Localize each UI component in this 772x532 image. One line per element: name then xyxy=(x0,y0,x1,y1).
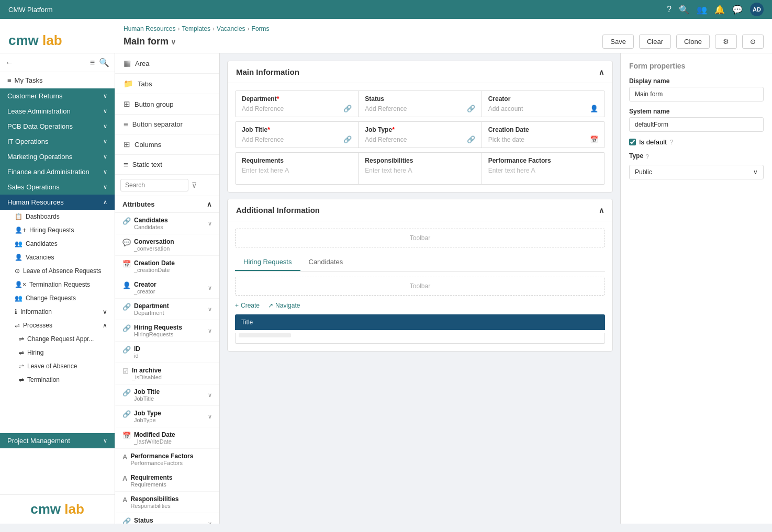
sidebar-item-hiring[interactable]: ⇌ Hiring xyxy=(0,346,115,359)
sidebar-item-marketing-ops[interactable]: Marketing Operations ∨ xyxy=(0,149,115,164)
field-requirements[interactable]: Requirements Enter text here A xyxy=(236,153,359,184)
tab-candidates[interactable]: Candidates xyxy=(300,254,352,271)
attr-creation-date[interactable]: 📅 Creation Date _creationDate xyxy=(115,256,219,277)
panel-item-tabs[interactable]: 📁 Tabs xyxy=(115,74,219,94)
link-icon: 🔗 xyxy=(343,105,352,112)
is-default-checkbox[interactable] xyxy=(629,139,636,145)
field-creation-date[interactable]: Creation Date Pick the date 📅 xyxy=(482,122,605,148)
search-input[interactable] xyxy=(120,179,188,191)
attr-responsibilities[interactable]: A Responsibilities Responsibilities xyxy=(115,492,219,513)
attr-modified-date[interactable]: 📅 Modified Date _lastWriteDate xyxy=(115,427,219,449)
sidebar-item-leave-requests[interactable]: ⊙ Leave of Absence Requests xyxy=(0,264,115,278)
sidebar-item-processes[interactable]: ⇌ Processes ∧ xyxy=(0,319,115,332)
field-status[interactable]: Status Add Reference 🔗 xyxy=(359,91,482,117)
field-department[interactable]: Department* Add Reference 🔗 xyxy=(236,91,359,117)
sidebar-item-lease-admin[interactable]: Lease Administration ∨ xyxy=(0,104,115,119)
panel-item-columns[interactable]: ⊞ Columns xyxy=(115,134,219,155)
attr-department[interactable]: 🔗 Department Department ∨ xyxy=(115,299,219,320)
app-title: CMW Platform xyxy=(8,6,667,14)
attr-job-title[interactable]: 🔗 Job Title JobTitle ∨ xyxy=(115,384,219,406)
sidebar-item-pcb-ops[interactable]: PCB Data Operations ∨ xyxy=(0,119,115,134)
chevron-down-icon: ∨ xyxy=(103,93,107,99)
clone-button[interactable]: Clone xyxy=(676,35,710,49)
footer-logo: cmw lab xyxy=(6,501,108,517)
left-sidebar: ← ≡ 🔍 ≡ My Tasks Customer Returns ∨ Leas… xyxy=(0,53,115,524)
breadcrumb-vacancies[interactable]: Vacancies xyxy=(217,25,245,32)
link-icon: 🔗 xyxy=(122,324,131,332)
tab-hiring-requests[interactable]: Hiring Requests xyxy=(235,254,300,271)
field-job-title[interactable]: Job Title* Add Reference 🔗 xyxy=(236,122,359,148)
contacts-icon[interactable]: 👥 xyxy=(697,5,707,15)
breadcrumb-hr[interactable]: Human Resources xyxy=(124,25,175,32)
chevron-down-icon: ∨ xyxy=(103,123,107,130)
sidebar-collapse-icon[interactable]: ← xyxy=(5,58,14,67)
search-icon[interactable]: 🔍 xyxy=(679,5,689,15)
panel-item-button-separator[interactable]: ≡ Button separator xyxy=(115,115,219,134)
sidebar-item-change-requests[interactable]: 👥 Change Requests xyxy=(0,291,115,305)
field-job-type[interactable]: Job Type* Add Reference 🔗 xyxy=(359,122,482,148)
settings-icon[interactable]: ⚙ xyxy=(715,35,737,49)
attr-job-type[interactable]: 🔗 Job Type JobType ∨ xyxy=(115,406,219,427)
navigate-button[interactable]: ↗ Navigate xyxy=(268,302,300,309)
sidebar-item-change-request-appr[interactable]: ⇌ Change Request Appr... xyxy=(0,332,115,346)
attr-candidates[interactable]: 🔗 Candidates Candidates ∨ xyxy=(115,213,219,234)
more-icon[interactable]: ⊙ xyxy=(742,35,764,49)
messages-icon[interactable]: 💬 xyxy=(732,5,743,15)
element-panel: ▦ Area 📁 Tabs ⊞ Button group ≡ Button se… xyxy=(115,53,220,524)
sidebar-item-vacancies[interactable]: 👤 Vacancies xyxy=(0,251,115,264)
sidebar-item-it-ops[interactable]: IT Operations ∨ xyxy=(0,134,115,149)
field-performance-factors[interactable]: Performance Factors Enter text here A xyxy=(482,153,605,184)
sidebar-item-sales-ops[interactable]: Sales Operations ∨ xyxy=(0,179,115,195)
sidebar-item-customer-returns[interactable]: Customer Returns ∨ xyxy=(0,88,115,104)
sidebar-item-termination[interactable]: ⇌ Termination xyxy=(0,373,115,387)
field-responsibilities[interactable]: Responsibilities Enter text here A xyxy=(359,153,482,184)
sidebar-item-human-resources[interactable]: Human Resources ∧ xyxy=(0,195,115,210)
panel-item-static-text[interactable]: ≡ Static text xyxy=(115,155,219,175)
attr-id[interactable]: 🔗 ID id xyxy=(115,342,219,363)
create-button[interactable]: + Create xyxy=(235,302,260,309)
avatar[interactable]: AD xyxy=(750,3,764,16)
scrollbar-placeholder[interactable] xyxy=(239,333,291,337)
type-select[interactable]: Public ∨ xyxy=(629,165,764,179)
attr-conversation[interactable]: 💬 Conversation _conversation xyxy=(115,234,219,256)
sidebar-item-dashboards[interactable]: 📋 Dashboards xyxy=(0,210,115,223)
collapse-icon[interactable]: ∧ xyxy=(599,206,604,214)
field-creator[interactable]: Creator Add account 👤 xyxy=(482,91,605,117)
processes-icon: ⇌ xyxy=(15,322,20,329)
sidebar-list-icon[interactable]: ≡ xyxy=(90,58,95,67)
form-title-chevron[interactable]: ∨ xyxy=(171,38,176,46)
text-icon: A xyxy=(285,166,289,174)
sidebar-item-hiring-requests[interactable]: 👤+ Hiring Requests xyxy=(0,223,115,237)
help-icon[interactable]: ? xyxy=(667,5,672,14)
process-icon: ⇌ xyxy=(19,335,24,343)
notifications-icon[interactable]: 🔔 xyxy=(714,5,725,15)
attr-creator[interactable]: 👤 Creator _creator ∨ xyxy=(115,277,219,299)
attr-requirements[interactable]: A Requirements Requirements xyxy=(115,470,219,492)
sidebar-item-project-management[interactable]: Project Management ∨ xyxy=(0,433,115,448)
sidebar-item-information[interactable]: ℹ Information ∨ xyxy=(0,305,115,319)
save-button[interactable]: Save xyxy=(602,35,634,49)
attr-status[interactable]: 🔗 Status Status ∨ xyxy=(115,513,219,524)
sidebar-search-icon[interactable]: 🔍 xyxy=(99,58,109,67)
panel-item-area[interactable]: ▦ Area xyxy=(115,53,219,74)
attr-in-archive[interactable]: ☑ In archive _isDisabled xyxy=(115,363,219,384)
attributes-chevron-icon[interactable]: ∧ xyxy=(207,200,212,208)
panel-item-button-group[interactable]: ⊞ Button group xyxy=(115,94,219,115)
attr-hiring-requests[interactable]: 🔗 Hiring Requests HiringRequests ∨ xyxy=(115,320,219,342)
breadcrumb-forms[interactable]: Forms xyxy=(252,25,270,32)
sidebar-item-finance[interactable]: Finance and Administration ∨ xyxy=(0,164,115,179)
calendar-icon: 📅 xyxy=(590,135,598,143)
breadcrumb-templates[interactable]: Templates xyxy=(182,25,210,32)
filter-icon[interactable]: ⊽ xyxy=(192,181,197,189)
type-label: Type xyxy=(629,152,643,160)
sidebar-item-leave-absence[interactable]: ⇌ Leave of Absence xyxy=(0,359,115,373)
system-name-input[interactable] xyxy=(629,117,764,132)
display-name-input[interactable] xyxy=(629,87,764,101)
collapse-icon[interactable]: ∧ xyxy=(599,68,604,76)
clear-button[interactable]: Clear xyxy=(639,35,671,49)
sidebar-item-termination-requests[interactable]: 👤× Termination Requests xyxy=(0,278,115,291)
sidebar-item-my-tasks[interactable]: ≡ My Tasks xyxy=(0,72,115,88)
top-bar: CMW Platform ? 🔍 👥 🔔 💬 AD xyxy=(0,0,772,19)
sidebar-item-candidates[interactable]: 👥 Candidates xyxy=(0,237,115,251)
attr-performance-factors[interactable]: A Performance Factors PerformanceFactors xyxy=(115,449,219,470)
